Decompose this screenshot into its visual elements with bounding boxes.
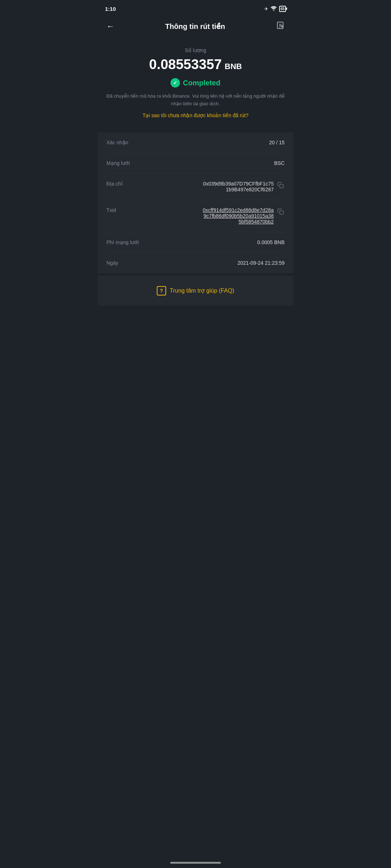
faq-icon: ?	[157, 286, 166, 295]
battery-icon: 65	[279, 6, 286, 12]
date-row: Ngày 2021-09-24 21:23:59	[106, 253, 285, 273]
fee-value: 0.0005 BNB	[257, 239, 285, 245]
page-title: Thông tin rút tiền	[116, 22, 274, 31]
svg-point-0	[273, 10, 274, 11]
date-value: 2021-09-24 21:23:59	[237, 260, 285, 266]
wifi-icon	[270, 6, 277, 12]
amount-row: 0.08553357 BNB	[106, 57, 285, 72]
description-text: Đã chuyển tiền mã hóa ra khỏi Binance. V…	[106, 93, 285, 108]
status-icons: ✈ 65	[264, 6, 286, 12]
address-copy-button[interactable]	[277, 181, 285, 189]
amount-value: 0.08553357	[149, 57, 222, 72]
svg-rect-7	[280, 210, 283, 214]
txid-label: Txid	[106, 207, 135, 213]
status-bar: 1:10 ✈ 65	[98, 0, 293, 16]
svg-rect-6	[280, 184, 283, 188]
network-row: Mạng lưới BSC	[106, 153, 285, 174]
download-button[interactable]	[274, 20, 286, 33]
status-row: Completed	[106, 78, 285, 88]
date-label: Ngày	[106, 260, 135, 266]
faq-section[interactable]: ? Trung tâm trợ giúp (FAQ)	[98, 276, 293, 306]
why-not-received-link[interactable]: Tại sao tôi chưa nhận được khoản tiền đã…	[143, 112, 249, 118]
txid-copy-button[interactable]	[277, 208, 285, 216]
fee-row: Phí mạng lưới 0.0005 BNB	[106, 232, 285, 253]
confirmation-value: 20 / 15	[269, 140, 285, 145]
back-button[interactable]: ←	[105, 20, 116, 33]
status-time: 1:10	[105, 6, 116, 12]
faq-link[interactable]: Trung tâm trợ giúp (FAQ)	[170, 287, 234, 294]
header: ← Thông tin rút tiền	[98, 16, 293, 40]
fee-label: Phí mạng lưới	[106, 239, 139, 245]
address-value-container: 0x039d9b39a07D79CFfbF1c751b9B497e820Cf62…	[203, 181, 285, 192]
confirmation-row: Xác nhận 20 / 15	[106, 132, 285, 153]
network-value: BSC	[274, 160, 285, 166]
amount-label: Số lượng	[106, 47, 285, 53]
network-label: Mạng lưới	[106, 160, 135, 166]
txid-row: Txid 0xcff914df591c2ed88d8e7d28a9c7fb86d…	[106, 200, 285, 232]
amount-currency: BNB	[225, 62, 242, 71]
top-section: Số lượng 0.08553357 BNB Completed Đã chu…	[98, 40, 293, 129]
detail-section: Xác nhận 20 / 15 Mạng lưới BSC Địa chỉ 0…	[98, 132, 293, 273]
txid-value-container: 0xcff914df591c2ed88d8e7d28a9c7fb86df090b…	[203, 207, 285, 225]
airplane-icon: ✈	[264, 6, 268, 12]
address-row: Địa chỉ 0x039d9b39a07D79CFfbF1c751b9B497…	[106, 174, 285, 200]
address-label: Địa chỉ	[106, 181, 135, 187]
address-value: 0x039d9b39a07D79CFfbF1c751b9B497e820Cf62…	[203, 181, 274, 192]
status-badge: Completed	[183, 79, 220, 87]
txid-value[interactable]: 0xcff914df591c2ed88d8e7d28a9c7fb86df090b…	[203, 207, 274, 225]
confirmation-label: Xác nhận	[106, 140, 135, 145]
completed-check-icon	[171, 78, 180, 88]
